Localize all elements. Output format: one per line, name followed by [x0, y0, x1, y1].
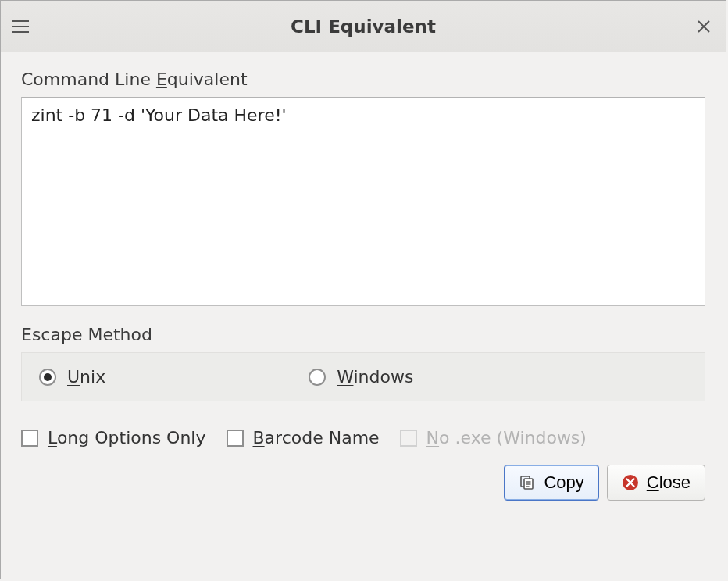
- no-exe-checkbox: No .exe (Windows): [400, 428, 587, 447]
- options-row: Long Options Only Barcode Name No .exe (…: [21, 428, 705, 447]
- button-row: Copy Close: [21, 465, 705, 501]
- checkbox-icon: [227, 430, 244, 447]
- titlebar[interactable]: CLI Equivalent: [1, 1, 726, 52]
- command-line-input[interactable]: [21, 97, 705, 306]
- close-button[interactable]: Close: [607, 465, 705, 501]
- copy-button[interactable]: Copy: [504, 465, 598, 501]
- close-button-label: Close: [647, 472, 691, 493]
- copy-icon: [519, 474, 536, 491]
- error-icon: [622, 474, 639, 491]
- dialog-body: Command Line Equivalent Escape Method Un…: [1, 52, 726, 579]
- radio-icon: [39, 369, 56, 386]
- cli-equivalent-dialog: CLI Equivalent Command Line Equivalent E…: [0, 0, 726, 579]
- copy-button-label: Copy: [544, 472, 583, 493]
- escape-method-label: Escape Method: [21, 325, 705, 344]
- checkbox-icon: [400, 430, 417, 447]
- long-options-checkbox[interactable]: Long Options Only: [21, 428, 206, 447]
- barcode-name-checkbox[interactable]: Barcode Name: [227, 428, 380, 447]
- escape-method-group: Unix Windows: [21, 352, 705, 401]
- escape-windows-radio[interactable]: Windows: [309, 367, 413, 387]
- radio-icon: [309, 369, 326, 386]
- command-line-label: Command Line Equivalent: [21, 70, 705, 89]
- checkbox-icon: [21, 430, 38, 447]
- window-title: CLI Equivalent: [1, 16, 726, 37]
- escape-unix-radio[interactable]: Unix: [39, 367, 105, 387]
